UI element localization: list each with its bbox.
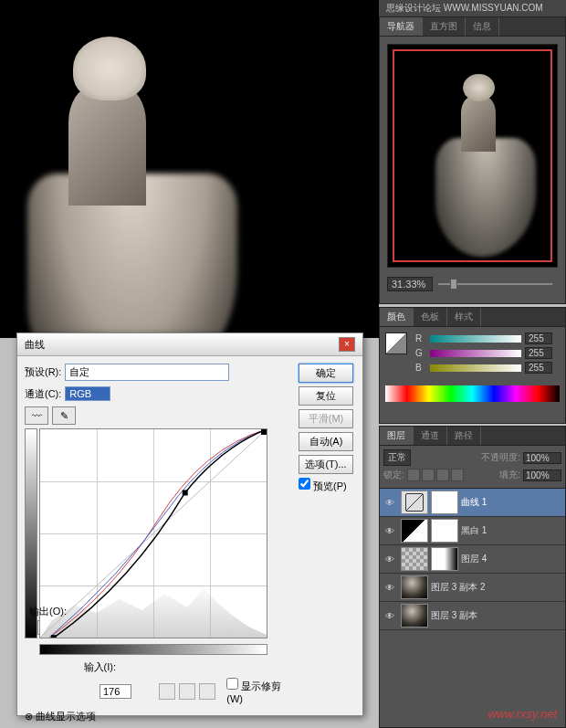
- tab-paths[interactable]: 路径: [447, 427, 481, 445]
- navigator-preview[interactable]: [387, 44, 558, 268]
- layer-name: 曲线 1: [461, 496, 487, 509]
- layer-row[interactable]: 图层 3 副本 2: [380, 574, 565, 602]
- visibility-eye-icon[interactable]: [382, 522, 398, 539]
- curve-pencil-tool-icon[interactable]: ✎: [52, 406, 76, 425]
- layer-row[interactable]: 图层 3 副本: [380, 602, 565, 630]
- display-options-toggle[interactable]: 曲线显示选项: [25, 708, 291, 725]
- app-title-bar: 思缘设计论坛 WWW.MISSYUAN.COM: [379, 0, 566, 16]
- layer-name: 图层 3 副本: [431, 609, 477, 622]
- tab-layers[interactable]: 图层: [380, 427, 414, 445]
- canvas-image: [0, 0, 379, 338]
- channel-label: 通道(C):: [25, 387, 61, 401]
- opacity-input[interactable]: 100%: [523, 452, 561, 464]
- opacity-label: 不透明度:: [481, 451, 520, 464]
- white-point-eyedropper-icon[interactable]: [199, 683, 215, 700]
- zoom-slider[interactable]: [438, 279, 552, 290]
- layer-thumb[interactable]: [401, 491, 428, 514]
- color-panel: 颜色 色板 样式 R255 G255 B255: [379, 307, 566, 424]
- photo-subject: [27, 37, 228, 329]
- g-value[interactable]: 255: [525, 347, 552, 359]
- r-label: R: [415, 333, 426, 343]
- cancel-button[interactable]: 复位: [299, 386, 353, 406]
- svg-rect-2: [51, 635, 57, 638]
- r-value[interactable]: 255: [525, 332, 552, 344]
- fill-label: 填充:: [499, 469, 520, 481]
- svg-rect-1: [183, 490, 188, 495]
- tab-navigator[interactable]: 导航器: [380, 17, 423, 36]
- layer-mask-thumb[interactable]: [431, 547, 458, 571]
- options-button[interactable]: 选项(T)...: [299, 455, 353, 474]
- visibility-eye-icon[interactable]: [382, 607, 398, 624]
- input-label: 输入(I):: [25, 660, 116, 674]
- fill-input[interactable]: 100%: [523, 470, 561, 481]
- layer-row[interactable]: 黑白 1: [380, 517, 565, 545]
- visibility-eye-icon[interactable]: [382, 551, 398, 567]
- preset-label: 预设(R):: [25, 365, 61, 379]
- b-slider[interactable]: [430, 364, 521, 372]
- b-value[interactable]: 255: [525, 362, 552, 374]
- visibility-eye-icon[interactable]: [382, 494, 398, 511]
- smooth-button[interactable]: 平滑(M): [299, 409, 353, 428]
- g-label: G: [415, 348, 426, 358]
- layer-row[interactable]: 图层 4: [380, 545, 565, 574]
- lock-all-icon[interactable]: [451, 469, 464, 481]
- navigator-panel: 导航器 直方图 信息 31.33%: [379, 16, 566, 304]
- tab-styles[interactable]: 样式: [447, 308, 481, 326]
- layer-thumb[interactable]: [401, 604, 428, 628]
- color-spectrum[interactable]: [385, 385, 560, 402]
- lock-label: 锁定:: [383, 469, 404, 481]
- dialog-title: 曲线: [25, 338, 339, 352]
- lock-position-icon[interactable]: [436, 469, 449, 481]
- curve-point-tool-icon[interactable]: 〰: [25, 406, 48, 425]
- layer-mask-thumb[interactable]: [431, 519, 458, 543]
- tab-color[interactable]: 颜色: [380, 308, 414, 326]
- show-clip-checkbox[interactable]: [226, 678, 238, 690]
- zoom-value[interactable]: 31.33%: [387, 277, 433, 291]
- tab-swatches[interactable]: 色板: [414, 308, 447, 326]
- black-point-eyedropper-icon[interactable]: [159, 683, 175, 700]
- input-value[interactable]: 176: [100, 684, 131, 699]
- blend-mode-select[interactable]: 正常: [383, 449, 411, 466]
- layers-panel: 图层 通道 路径 正常 不透明度: 100% 锁定: 填充: 100% 曲线 1…: [379, 426, 566, 728]
- foreground-color-swatch[interactable]: [385, 332, 407, 354]
- layer-thumb[interactable]: [401, 519, 428, 543]
- layers-list: 曲线 1黑白 1图层 4图层 3 副本 2图层 3 副本: [380, 489, 565, 630]
- g-slider[interactable]: [430, 350, 521, 357]
- preview-checkbox[interactable]: [299, 478, 310, 490]
- input-gradient: [39, 644, 267, 655]
- gray-point-eyedropper-icon[interactable]: [179, 683, 195, 700]
- layer-thumb[interactable]: [401, 547, 428, 571]
- tab-channels[interactable]: 通道: [414, 427, 447, 445]
- lock-transparent-icon[interactable]: [407, 469, 420, 481]
- b-label: B: [415, 363, 426, 373]
- curves-dialog: 曲线 × 预设(R): 自定 通道(C): RGB 〰 ✎: [16, 332, 363, 716]
- channel-select[interactable]: RGB: [65, 386, 110, 401]
- visibility-eye-icon[interactable]: [382, 579, 398, 596]
- preset-select[interactable]: 自定: [65, 364, 229, 381]
- layer-name: 图层 4: [461, 553, 487, 565]
- close-button[interactable]: ×: [339, 337, 355, 352]
- svg-rect-3: [261, 429, 267, 435]
- watermark: www.rxsy.net: [487, 707, 557, 721]
- tab-histogram[interactable]: 直方图: [423, 17, 466, 36]
- layer-name: 黑白 1: [461, 524, 487, 537]
- layer-mask-thumb[interactable]: [431, 491, 458, 514]
- ok-button[interactable]: 确定: [299, 364, 353, 383]
- output-label: 输出(O):: [21, 605, 67, 618]
- lock-pixels-icon[interactable]: [422, 469, 435, 481]
- tab-info[interactable]: 信息: [466, 17, 499, 36]
- layer-name: 图层 3 副本 2: [431, 581, 485, 594]
- r-slider[interactable]: [430, 335, 521, 343]
- layer-thumb[interactable]: [401, 575, 428, 599]
- auto-button[interactable]: 自动(A): [299, 432, 353, 451]
- layer-row[interactable]: 曲线 1: [380, 489, 565, 517]
